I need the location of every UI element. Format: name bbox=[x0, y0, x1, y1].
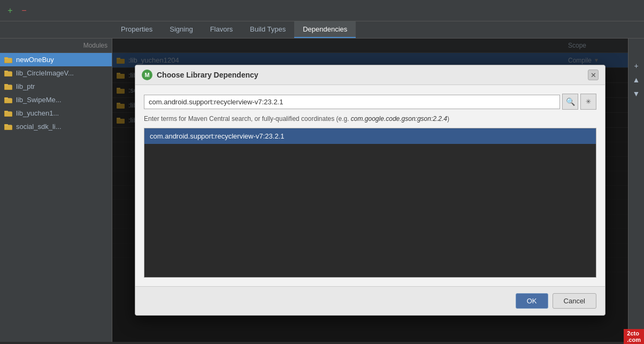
choose-library-modal: M Choose Library Dependency ✕ 🔍 ✳ bbox=[135, 65, 605, 316]
result-item-0[interactable]: com.android.support:recyclerview-v7:23.2… bbox=[144, 128, 596, 144]
folder-icon bbox=[4, 56, 13, 64]
folder-icon-2 bbox=[4, 70, 13, 77]
add-button[interactable]: + bbox=[4, 5, 16, 17]
svg-rect-17 bbox=[5, 125, 12, 129]
modal-footer: OK Cancel bbox=[135, 286, 605, 315]
tabs-row: Properties Signing Flavors Build Types D… bbox=[0, 21, 644, 39]
svg-rect-5 bbox=[5, 71, 12, 76]
ok-button[interactable]: OK bbox=[516, 293, 548, 309]
sidebar-item-yuchen[interactable]: lib_yuchen1... bbox=[0, 106, 112, 120]
modal-close-button[interactable]: ✕ bbox=[588, 70, 599, 80]
tab-flavors[interactable]: Flavors bbox=[202, 21, 242, 38]
watermark: 2cto.com bbox=[624, 329, 644, 344]
sidebar-label-swipeme: lib_SwipeMe... bbox=[16, 96, 62, 104]
modal-title-left: M Choose Library Dependency bbox=[142, 70, 258, 80]
modal-icon: M bbox=[142, 70, 152, 80]
sidebar-label-circleimageview: lib_CircleImageV... bbox=[16, 69, 74, 77]
tab-dependencies[interactable]: Dependencies bbox=[294, 21, 356, 38]
remove-button[interactable]: − bbox=[18, 5, 30, 17]
hint-prefix: Enter terms for Maven Central search, or… bbox=[144, 115, 351, 123]
sidebar-label-yuchen: lib_yuchen1... bbox=[16, 109, 59, 117]
sidebar-label-social: social_sdk_li... bbox=[16, 123, 62, 131]
settings-button[interactable]: ✳ bbox=[580, 94, 596, 110]
modules-label: Modules bbox=[0, 39, 112, 53]
modal-overlay: M Choose Library Dependency ✕ 🔍 ✳ bbox=[112, 39, 628, 342]
sidebar-item-social[interactable]: social_sdk_li... bbox=[0, 120, 112, 133]
sidebar-label-lib-ptr: lib_ptr bbox=[16, 82, 35, 90]
results-list: com.android.support:recyclerview-v7:23.2… bbox=[144, 128, 596, 278]
tab-properties[interactable]: Properties bbox=[112, 21, 161, 38]
right-controls: + ▲ ▼ bbox=[628, 39, 644, 342]
svg-rect-11 bbox=[5, 98, 12, 103]
modal-body: 🔍 ✳ Enter terms for Maven Central search… bbox=[135, 85, 605, 286]
search-button[interactable]: 🔍 bbox=[562, 94, 578, 110]
folder-icon-4 bbox=[4, 96, 13, 104]
up-button[interactable]: ▲ bbox=[631, 74, 642, 86]
search-input[interactable] bbox=[144, 95, 560, 109]
modal-titlebar: M Choose Library Dependency ✕ bbox=[135, 65, 605, 85]
tab-signing[interactable]: Signing bbox=[161, 21, 201, 38]
add-dep-button[interactable]: + bbox=[631, 60, 642, 72]
hint-suffix: ) bbox=[447, 115, 449, 123]
content-area: Scope :lib_yuchen1204 Compile ▼ bbox=[112, 39, 628, 342]
tab-build-types[interactable]: Build Types bbox=[241, 21, 294, 38]
main-layout: Modules newOneBuy lib_CircleImageV... li… bbox=[0, 39, 644, 342]
sidebar-item-circleimageview[interactable]: lib_CircleImageV... bbox=[0, 66, 112, 80]
top-toolbar: + − bbox=[0, 0, 644, 21]
hint-example: com.google.code.gson:gson:2.2.4 bbox=[351, 115, 447, 123]
folder-icon-5 bbox=[4, 110, 13, 117]
svg-rect-14 bbox=[5, 111, 12, 116]
search-row: 🔍 ✳ bbox=[144, 94, 596, 110]
cancel-button[interactable]: Cancel bbox=[553, 293, 596, 309]
sidebar-item-lib-ptr[interactable]: lib_ptr bbox=[0, 80, 112, 93]
svg-rect-8 bbox=[5, 85, 12, 89]
svg-rect-2 bbox=[5, 58, 12, 63]
sidebar: Modules newOneBuy lib_CircleImageV... li… bbox=[0, 39, 112, 342]
sidebar-item-newonebuy[interactable]: newOneBuy bbox=[0, 53, 112, 66]
folder-icon-3 bbox=[4, 83, 13, 90]
sidebar-item-swipeme[interactable]: lib_SwipeMe... bbox=[0, 93, 112, 106]
modal-title-text: Choose Library Dependency bbox=[157, 71, 258, 79]
sidebar-label-newonebuy: newOneBuy bbox=[16, 56, 54, 64]
hint-text: Enter terms for Maven Central search, or… bbox=[144, 114, 596, 124]
down-button[interactable]: ▼ bbox=[631, 88, 642, 100]
folder-icon-6 bbox=[4, 123, 13, 131]
